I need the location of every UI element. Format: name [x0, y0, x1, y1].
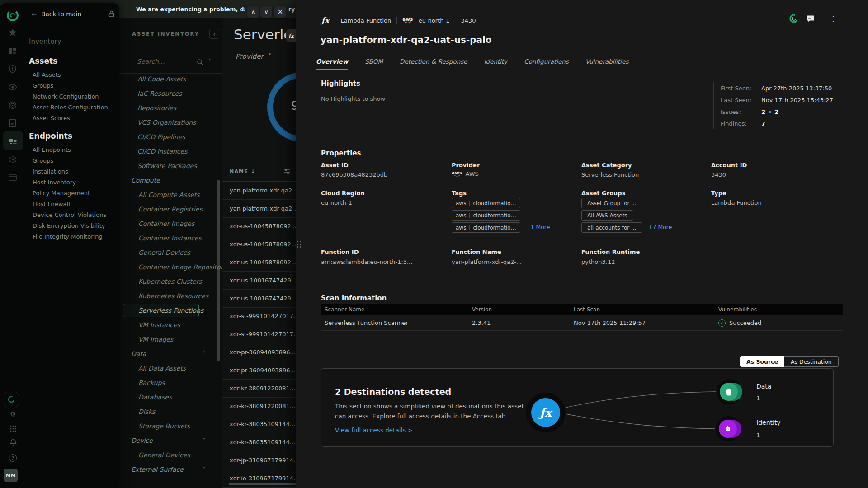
asset-category-item[interactable]: VM Images — [119, 332, 222, 347]
lambda-source-node[interactable]: ƒx — [526, 393, 566, 432]
access-direction-toggle: As Source As Destination — [740, 356, 839, 367]
data-destination-node[interactable] — [717, 379, 742, 404]
asset-category-item[interactable]: Software Packages — [119, 159, 222, 173]
provider-filter[interactable]: Provider ˅ — [236, 52, 270, 61]
user-avatar[interactable]: MM — [4, 469, 18, 482]
help-icon[interactable]: ? — [9, 454, 17, 462]
panel-tab[interactable]: Overview — [316, 53, 348, 70]
nav-item[interactable]: Device Control Violations — [29, 209, 118, 220]
scan-table-row[interactable]: Serverless Function Scanner 2.3.41 Nov 1… — [321, 315, 843, 331]
tags-label: Tags — [452, 190, 467, 197]
nav-item[interactable]: Asset Roles Configuration — [29, 102, 118, 113]
asset-category-item[interactable]: Container Images — [119, 216, 222, 231]
asset-category-item[interactable]: Kubernetes Clusters — [119, 274, 222, 289]
tags-more-link[interactable]: +1 More — [526, 224, 550, 230]
panel-tab[interactable]: SBOM — [365, 53, 383, 70]
asset-category-item[interactable]: Disks — [119, 404, 222, 419]
asset-category-item[interactable]: VM Instances — [119, 318, 222, 332]
search-input[interactable] — [137, 58, 195, 65]
asset-category-item[interactable]: Data ˅ — [119, 347, 222, 361]
asset-category-item[interactable]: Serverless Functions — [119, 303, 222, 318]
asset-category-item[interactable]: General Devices — [119, 245, 222, 260]
asset-category-item[interactable]: Container Image Repositories — [119, 260, 222, 274]
asset-category-item[interactable]: Repositories — [119, 101, 222, 115]
nav-item[interactable]: All Endpoints — [29, 144, 118, 155]
nav-item[interactable]: Inventory — [29, 35, 118, 48]
asset-category-label: General Devices — [138, 249, 190, 256]
as-destination-button[interactable]: As Destination — [784, 356, 839, 367]
asset-category-item[interactable]: General Devices — [119, 448, 222, 462]
favorites-star-icon[interactable] — [8, 28, 17, 37]
asset-category-item[interactable]: IaC Resources — [119, 86, 222, 101]
apps-grid-icon[interactable] — [9, 425, 17, 433]
asset-category-item[interactable]: CI/CD Instances — [119, 144, 222, 159]
visibility-eye-icon[interactable] — [8, 83, 17, 92]
nav-item[interactable]: Policy Management — [29, 188, 118, 198]
name-column-header[interactable]: NAME ↓ — [230, 169, 255, 174]
panel-tab[interactable]: Vulnerabilities — [585, 53, 629, 70]
panel-lambda-tab[interactable]: ƒx — [286, 29, 296, 42]
asset-category-item[interactable]: Device ˅ — [119, 433, 222, 448]
nav-item[interactable]: Host Firewall — [29, 198, 118, 209]
panel-tab[interactable]: Configurations — [524, 53, 569, 70]
nav-item[interactable]: All Assets — [29, 69, 118, 80]
comment-icon[interactable] — [806, 15, 815, 23]
settings-gear-icon[interactable]: ⚙ — [9, 410, 17, 418]
panel-tab[interactable]: Detection & Response — [400, 53, 467, 70]
nav-item[interactable]: File Integrity Monitoring — [29, 231, 118, 242]
asset-category-item[interactable]: All Data Assets — [119, 361, 222, 375]
horizontal-scrollbar[interactable] — [229, 483, 296, 485]
notifications-bell-icon[interactable] — [9, 438, 17, 446]
panel-resize-handle[interactable] — [297, 241, 301, 248]
identity-destination-node[interactable] — [716, 416, 741, 441]
close-panel-button[interactable]: × — [274, 6, 286, 18]
search-options-icon[interactable]: ˅ — [208, 58, 211, 65]
asset-inventory-icon[interactable] — [8, 47, 17, 56]
sidebar-search: ˅ — [119, 54, 222, 74]
target-icon[interactable] — [8, 101, 17, 110]
search-icon[interactable] — [197, 59, 203, 66]
nav-item[interactable]: Groups — [29, 155, 118, 166]
nav-item[interactable]: Asset Scores — [29, 113, 118, 123]
asset-category-item[interactable]: Storage Buckets — [119, 419, 222, 433]
asset-category-item[interactable]: Databases — [119, 390, 222, 404]
nav-item[interactable]: Groups — [29, 80, 118, 91]
nav-item[interactable]: Host Inventory — [29, 177, 118, 188]
security-shield-icon[interactable] — [8, 65, 17, 74]
previous-row-button[interactable]: ∧ — [247, 6, 259, 18]
tag-prefix: aws — [456, 200, 466, 206]
reports-clipboard-icon[interactable] — [8, 118, 17, 127]
asset-category-item[interactable]: Compute — [119, 173, 222, 188]
asset-category-item[interactable]: All Compute Assets — [119, 188, 222, 202]
automation-icon[interactable] — [8, 155, 17, 164]
provider-value: aws AWS — [452, 170, 479, 177]
asset-category-item[interactable]: Kubernetes Resources — [119, 289, 222, 303]
next-row-button[interactable]: ∨ — [260, 6, 272, 18]
groups-more-link[interactable]: +7 More — [648, 224, 672, 230]
modules-card-icon[interactable] — [8, 173, 17, 182]
asset-category-item[interactable]: Container Registries — [119, 202, 222, 216]
more-actions-kebab-icon[interactable]: ⋮ — [830, 14, 837, 23]
column-settings-icon[interactable] — [284, 168, 290, 174]
nav-item[interactable]: Disk Encryption Visibility — [29, 220, 118, 231]
asset-category-item[interactable]: Container Instances — [119, 231, 222, 245]
sidebar-scrollbar[interactable] — [217, 180, 220, 361]
collapse-sidebar-button[interactable]: ‹ — [209, 29, 219, 39]
nav-item[interactable]: Network Configuration — [29, 91, 118, 102]
brand-logo-icon[interactable] — [6, 9, 19, 22]
nav-item[interactable]: Installations — [29, 166, 118, 177]
back-to-main-button[interactable]: ← Back to main — [32, 10, 81, 18]
endpoints-icon[interactable] — [8, 137, 17, 146]
copilot-status-icon[interactable] — [789, 14, 799, 23]
panel-tab[interactable]: Identity — [484, 53, 508, 70]
nav-item[interactable]: Endpoints — [29, 128, 118, 144]
as-source-button[interactable]: As Source — [740, 356, 784, 367]
scan-status: ✓ Succeeded — [718, 319, 843, 327]
nav-item[interactable]: Assets — [29, 53, 118, 69]
copilot-button[interactable] — [4, 392, 19, 407]
asset-category-item[interactable]: Backups — [119, 375, 222, 390]
asset-category-item[interactable]: CI/CD Pipelines — [119, 130, 222, 144]
asset-category-item[interactable]: VCS Organizations — [119, 115, 222, 130]
asset-category-item[interactable]: External Surface ˅ — [119, 462, 222, 477]
asset-category-item[interactable]: All Code Assets — [119, 72, 222, 86]
